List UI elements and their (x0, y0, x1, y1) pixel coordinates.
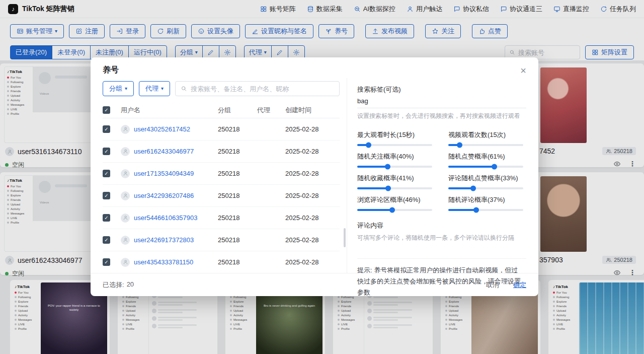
slider-thumb[interactable] (473, 207, 479, 213)
person-icon (123, 237, 128, 243)
avatar (121, 191, 130, 200)
table-row: ✓ user4354333781150 250218 2025-02-28 (103, 251, 340, 273)
slider-fill (357, 209, 392, 211)
row-checkbox[interactable]: ✓ (103, 125, 110, 133)
confirm-button[interactable]: 确定 (513, 280, 526, 290)
created-cell: 2025-02-28 (285, 192, 340, 199)
username-link[interactable]: user4354333781150 (134, 258, 193, 266)
comment-section: 评论内容 可填写多个评论，将随机使用一条，多个评论请以换行分隔 (357, 221, 526, 253)
slider-thumb[interactable] (385, 186, 391, 191)
slider-fill (448, 209, 476, 211)
slider-thumb[interactable] (385, 164, 390, 170)
table-row: ✓ user6162433046977 250218 2025-02-28 (103, 140, 340, 163)
modal-search-input[interactable] (191, 85, 334, 93)
created-cell: 2025-02-28 (285, 170, 340, 177)
slider-track[interactable] (357, 166, 432, 168)
group-cell: 250218 (218, 170, 257, 177)
chevron-down-icon: ▾ (125, 86, 127, 91)
modal-header: 养号 × (91, 57, 538, 78)
slider-thumb[interactable] (366, 143, 371, 148)
footer-actions: 取消 确定 (486, 280, 526, 290)
settings-divider (357, 258, 526, 259)
slider-label: 视频观看次数(15次) (448, 130, 526, 139)
slider-fill (357, 187, 388, 189)
table-row: ✓ user2426917372803 250218 2025-02-28 (103, 229, 340, 251)
modal-footer: 已选择:20 取消 确定 (91, 273, 538, 296)
row-checkbox[interactable]: ✓ (103, 148, 110, 155)
slider-label: 评论随机点赞概率(33%) (448, 174, 526, 183)
slider-track[interactable] (448, 144, 523, 146)
modal-group-dropdown[interactable]: 分组▾ (103, 81, 134, 96)
probability-slider: 随机收藏概率(41%) (357, 174, 435, 189)
row-checkbox[interactable]: ✓ (103, 214, 110, 222)
username-link[interactable]: user430252617452 (134, 125, 190, 133)
username-link[interactable]: user3422936207486 (134, 192, 194, 199)
search-tag-input[interactable] (357, 94, 526, 108)
person-icon (123, 259, 128, 265)
created-cell: 2025-02-28 (285, 258, 340, 266)
slider-track[interactable] (357, 187, 432, 189)
slider-track[interactable] (357, 144, 432, 146)
avatar (121, 169, 130, 178)
slider-track[interactable] (448, 187, 523, 189)
probability-slider: 随机评论概率(37%) (448, 195, 526, 211)
table-rows: ✓ user430252617452 250218 2025-02-28 ✓ (103, 118, 340, 273)
slider-track[interactable] (357, 209, 432, 211)
comment-textarea[interactable] (357, 242, 526, 251)
slider-thumb[interactable] (457, 143, 462, 148)
probability-slider: 评论随机点赞概率(33%) (448, 174, 526, 189)
slider-thumb[interactable] (470, 186, 476, 191)
slider-track[interactable] (448, 209, 523, 211)
slider-fill (357, 144, 368, 146)
created-cell: 2025-02-28 (285, 214, 340, 222)
row-checkbox[interactable]: ✓ (103, 258, 110, 266)
modal-title: 养号 (103, 65, 119, 76)
person-icon (123, 171, 128, 176)
username-link[interactable]: user2426917372803 (134, 236, 194, 244)
group-cell: 250218 (218, 192, 257, 199)
slider-label: 随机评论概率(37%) (448, 195, 526, 204)
close-icon[interactable]: × (520, 65, 526, 76)
avatar (121, 214, 130, 223)
comment-label: 评论内容 (357, 221, 526, 230)
account-table: ✓ 用户名 分组 代理 创建时间 ✓ user430252617452 (103, 102, 340, 273)
probability-slider: 随机关注概率(40%) (357, 152, 435, 168)
slider-track[interactable] (448, 166, 523, 168)
person-icon (123, 215, 128, 221)
avatar (121, 258, 130, 267)
group-cell: 250218 (218, 125, 257, 133)
username-link[interactable]: user1713534094349 (134, 170, 194, 177)
table-scrollbar[interactable] (344, 228, 346, 247)
probability-slider: 视频观看次数(15次) (448, 130, 526, 146)
slider-label: 浏览评论区概率(46%) (357, 195, 435, 204)
person-icon (123, 126, 128, 132)
row-checkbox[interactable]: ✓ (103, 236, 110, 244)
person-icon (123, 149, 128, 154)
slider-thumb[interactable] (389, 207, 395, 213)
avatar (121, 125, 130, 134)
select-all-checkbox[interactable]: ✓ (103, 106, 110, 114)
table-row: ✓ user1713534094349 250218 2025-02-28 (103, 163, 340, 185)
cancel-button[interactable]: 取消 (486, 280, 499, 290)
modal-filters: 分组▾ 代理▾ (103, 81, 340, 96)
group-cell: 250218 (218, 214, 257, 222)
avatar (121, 236, 130, 245)
probability-slider: 随机点赞概率(61%) (448, 152, 526, 168)
selected-count: 已选择:20 (103, 280, 134, 290)
slider-fill (448, 166, 494, 168)
chevron-down-icon: ▾ (161, 86, 164, 91)
header-created: 创建时间 (285, 106, 340, 115)
modal-body: 分组▾ 代理▾ ✓ 用户名 分组 代理 创建时间 (91, 78, 538, 273)
search-tag-hint: 设置搜索标签时，会先进行视频搜索，再对搜索视频进行观看 (357, 111, 526, 120)
slider-thumb[interactable] (492, 164, 497, 170)
username-link[interactable]: user54466106357903 (134, 214, 198, 222)
nurture-modal: 养号 × 分组▾ 代理▾ ✓ 用户名 分组 代理 创建时间 (91, 57, 538, 296)
modal-proxy-dropdown[interactable]: 代理▾ (139, 81, 170, 96)
avatar (121, 147, 130, 156)
row-checkbox[interactable]: ✓ (103, 170, 110, 177)
username-link[interactable]: user6162433046977 (134, 148, 194, 155)
table-header: ✓ 用户名 分组 代理 创建时间 (103, 102, 340, 118)
row-checkbox[interactable]: ✓ (103, 192, 110, 199)
created-cell: 2025-02-28 (285, 236, 340, 244)
table-row: ✓ user3422936207486 250218 2025-02-28 (103, 185, 340, 207)
